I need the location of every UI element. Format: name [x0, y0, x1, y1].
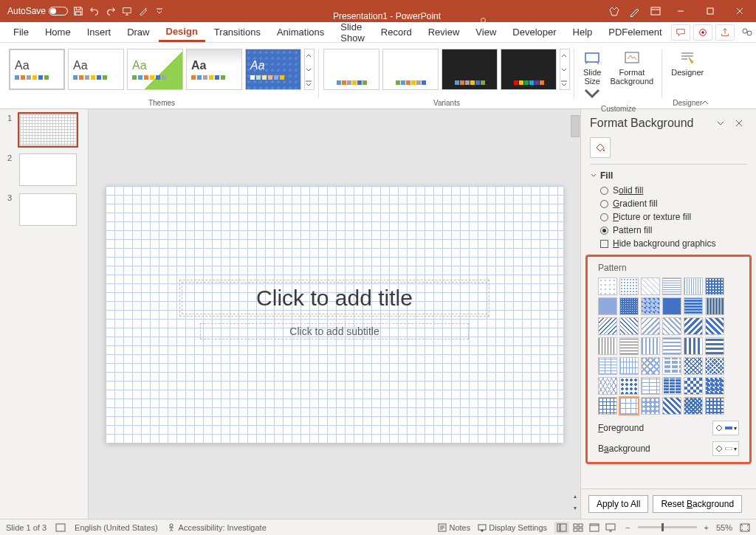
pattern-swatch[interactable]	[641, 297, 660, 315]
accessibility-status[interactable]: Accessibility: Investigate	[167, 523, 267, 532]
qat-more-icon[interactable]	[154, 5, 165, 17]
pattern-swatch[interactable]	[684, 277, 703, 295]
background-color-button[interactable]: ▾	[712, 441, 739, 456]
pattern-swatch[interactable]	[619, 377, 639, 395]
pattern-swatch-selected[interactable]	[619, 397, 639, 415]
tab-file[interactable]: File	[6, 24, 36, 41]
pattern-swatch[interactable]	[598, 297, 617, 315]
reading-view-icon[interactable]	[587, 522, 602, 534]
pattern-swatch[interactable]	[641, 357, 660, 375]
pattern-swatch[interactable]	[662, 357, 681, 375]
pattern-swatch[interactable]	[705, 317, 724, 335]
share-up-button[interactable]	[715, 24, 735, 41]
theme-2[interactable]: Aa	[68, 49, 124, 90]
tab-review[interactable]: Review	[421, 24, 467, 41]
close-button[interactable]	[729, 0, 750, 22]
pattern-swatch[interactable]	[684, 357, 703, 375]
next-slide-icon[interactable]: ▾	[570, 503, 580, 513]
comments-button[interactable]	[671, 24, 690, 41]
pattern-swatch[interactable]	[598, 397, 617, 415]
pattern-swatch[interactable]	[662, 337, 681, 355]
pattern-swatch[interactable]	[684, 377, 703, 395]
pattern-swatch[interactable]	[705, 377, 724, 395]
pattern-swatch[interactable]	[598, 277, 617, 295]
undo-icon[interactable]	[89, 5, 100, 17]
tab-animations[interactable]: Animations	[269, 24, 331, 41]
sorter-view-icon[interactable]	[571, 522, 585, 534]
redo-icon[interactable]	[105, 5, 117, 17]
variant-2[interactable]	[382, 49, 439, 90]
premium-icon[interactable]	[608, 5, 620, 17]
pattern-swatch[interactable]	[705, 397, 724, 415]
slide-thumbnail-1[interactable]	[19, 114, 77, 146]
pattern-swatch[interactable]	[598, 357, 617, 375]
fit-to-window-icon[interactable]	[740, 523, 750, 532]
fill-section-header[interactable]: Fill	[581, 168, 756, 184]
collapse-ribbon-icon[interactable]	[701, 100, 709, 107]
pattern-swatch[interactable]	[641, 337, 660, 355]
tab-pdfelement[interactable]: PDFelement	[601, 24, 669, 41]
tab-design[interactable]: Design	[159, 23, 205, 42]
pattern-fill-option[interactable]: Pattern fill	[600, 225, 747, 235]
slide-canvas[interactable]: Click to add title Click to add subtitle	[106, 186, 563, 443]
pattern-swatch[interactable]	[662, 317, 681, 335]
pattern-swatch[interactable]	[705, 357, 724, 375]
prev-slide-icon[interactable]: ▴	[570, 491, 580, 501]
format-background-button[interactable]: Format Background	[605, 46, 658, 105]
pattern-swatch[interactable]	[641, 277, 660, 295]
tab-record[interactable]: Record	[374, 24, 419, 41]
slideshow-start-icon[interactable]	[121, 5, 133, 17]
slideshow-view-icon[interactable]	[603, 522, 618, 534]
ribbon-display-icon[interactable]	[650, 5, 662, 17]
zoom-level[interactable]: 55%	[716, 523, 732, 532]
reset-background-button[interactable]: Reset Background	[653, 495, 742, 513]
fill-category-icon[interactable]	[590, 137, 611, 158]
subtitle-placeholder[interactable]: Click to add subtitle	[200, 323, 468, 339]
foreground-color-button[interactable]: ▾	[712, 421, 739, 435]
hide-graphics-option[interactable]: Hide background graphics	[600, 238, 747, 249]
pattern-swatch[interactable]	[619, 277, 639, 295]
pattern-swatch[interactable]	[598, 337, 617, 355]
pattern-swatch[interactable]	[598, 377, 617, 395]
solid-fill-option[interactable]: Solid fill	[600, 185, 747, 196]
theme-4[interactable]: Aa	[186, 49, 242, 90]
pattern-swatch[interactable]	[619, 337, 639, 355]
variant-3[interactable]	[441, 49, 498, 90]
search-box[interactable]	[475, 13, 608, 30]
pattern-swatch[interactable]	[705, 337, 724, 355]
pattern-swatch[interactable]	[684, 337, 703, 355]
pattern-swatch[interactable]	[641, 397, 660, 415]
pattern-swatch[interactable]	[641, 317, 660, 335]
tab-transitions[interactable]: Transitions	[207, 24, 268, 41]
pattern-swatch[interactable]	[684, 317, 703, 335]
display-settings-button[interactable]: Display Settings	[478, 523, 547, 532]
theme-3[interactable]: Aa	[127, 49, 183, 90]
slide-thumbnail-3[interactable]	[19, 193, 77, 226]
notes-button[interactable]: Notes	[438, 523, 470, 532]
pattern-swatch[interactable]	[619, 357, 639, 375]
pattern-swatch[interactable]	[598, 317, 617, 335]
save-icon[interactable]	[72, 5, 84, 17]
normal-view-icon[interactable]	[554, 522, 569, 534]
title-placeholder[interactable]: Click to add title	[182, 282, 487, 314]
designer-button[interactable]: Designer	[667, 46, 708, 77]
slide-count-status[interactable]: Slide 1 of 3	[6, 523, 47, 532]
zoom-in-button[interactable]: +	[704, 523, 709, 532]
pattern-swatch[interactable]	[619, 317, 639, 335]
tab-draw[interactable]: Draw	[120, 24, 157, 41]
variant-4[interactable]	[501, 49, 557, 90]
slide-size-button[interactable]: Slide Size	[579, 46, 605, 105]
pattern-swatch[interactable]	[662, 277, 681, 295]
pattern-swatch[interactable]	[684, 397, 703, 415]
pattern-swatch[interactable]	[684, 297, 703, 315]
variant-1[interactable]	[323, 49, 379, 90]
spell-check-icon[interactable]	[55, 523, 66, 532]
tab-insert[interactable]: Insert	[80, 24, 119, 41]
qat-autodraw-icon[interactable]	[137, 5, 149, 17]
pencil-icon[interactable]	[629, 5, 641, 17]
zoom-out-button[interactable]: −	[625, 523, 630, 532]
picture-fill-option[interactable]: Picture or texture fill	[600, 212, 747, 222]
scroll-thumb[interactable]	[571, 115, 580, 137]
pattern-swatch[interactable]	[705, 277, 724, 295]
theme-gallery-more[interactable]	[304, 49, 315, 90]
